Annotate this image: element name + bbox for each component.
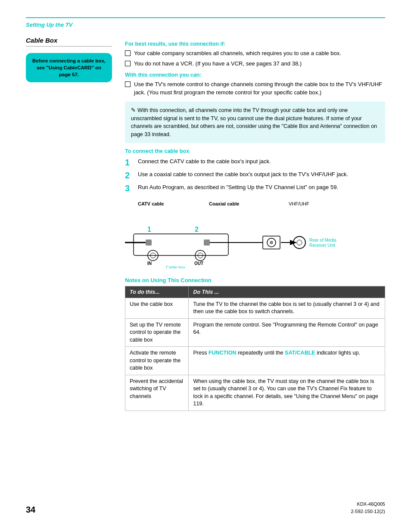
table-cell-3-2-part3: indicator lights up.: [315, 350, 360, 356]
bullet-box-2: [125, 61, 131, 66]
bullet-text-1: Your cable company scrambles all channel…: [134, 50, 341, 57]
page: Setting Up the TV Cable Box Before conne…: [0, 0, 411, 532]
function-text: FUNCTION: [209, 350, 237, 356]
coaxial-cable-label: Coaxial cable: [209, 201, 239, 206]
diagram-step2: 2: [195, 226, 199, 233]
notes-table: To do this... Do This ... Use the cable …: [125, 286, 385, 411]
step-num-3: 3: [125, 184, 134, 193]
notes-heading: Notes on Using This Connection: [125, 277, 385, 283]
tv-vhf-inner: [297, 240, 302, 245]
bullet-box-1: [125, 50, 131, 56]
table-header-col2: Do This ...: [189, 286, 385, 298]
step-num-2: 2: [125, 171, 134, 180]
step-text-3: Run Auto Program, as described in "Setti…: [138, 184, 338, 193]
bullet-item-2: You do not have a VCR. (If you have a VC…: [125, 60, 385, 68]
bullet-text-2: You do not have a VCR. (If you have a VC…: [134, 60, 302, 68]
step-2: 2 Use a coaxial cable to connect the cab…: [125, 171, 385, 180]
top-rule: [26, 17, 385, 18]
connection-diagram: CATV cable Coaxial cable VHF/UHF IN OUT: [125, 199, 366, 268]
diagram-area: CATV cable Coaxial cable VHF/UHF IN OUT: [125, 199, 385, 268]
satcable-text: SAT/CABLE: [285, 350, 315, 356]
catv-connector: [146, 240, 152, 246]
model-line1: KDX-46Q005: [357, 501, 385, 507]
left-column: Cable Box Before connecting a cable box,…: [26, 37, 112, 411]
in-label: IN: [147, 261, 152, 266]
with-connection-heading: With this connection you can:: [125, 72, 385, 78]
model-line2: 2-592-150-12(2): [351, 509, 386, 514]
rear-label-line1: Rear of Media: [309, 238, 336, 243]
note-box: ✎With this connection, all channels come…: [125, 102, 385, 143]
section-title: Setting Up the TV: [26, 22, 385, 28]
out-label: OUT: [194, 261, 203, 266]
table-cell-3-1: Activate the remote control to operate t…: [125, 347, 189, 375]
content-area: Cable Box Before connecting a cable box,…: [26, 37, 385, 411]
note-bubble: Before connecting a cable box, see "Usin…: [26, 53, 112, 82]
bullet-text-3: Use the TV's remote control to change ch…: [134, 81, 385, 96]
note-box-text: With this connection, all channels come …: [131, 107, 377, 137]
bullet-item-3: Use the TV's remote control to change ch…: [125, 81, 385, 96]
best-results-heading: For best results, use this connection if…: [125, 41, 385, 47]
table-cell-4-1: Prevent the accidental switching of TV c…: [125, 375, 189, 411]
table-row: Set up the TV remote control to operate …: [125, 318, 385, 347]
model-number: KDX-46Q005 2-592-150-12(2): [351, 501, 386, 515]
tv-connector-center: [270, 241, 273, 244]
table-cell-2-2: Program the remote control. See "Program…: [189, 318, 385, 347]
page-number: 34: [26, 505, 35, 515]
coax-connector-out: [204, 240, 210, 246]
cable-box-diagram-label: Cable box: [166, 265, 185, 268]
table-row: Use the cable box Tune the TV to the cha…: [125, 298, 385, 318]
step-text-2: Use a coaxial cable to connect the cable…: [138, 171, 348, 180]
table-cell-1-1: Use the cable box: [125, 298, 189, 318]
step-num-1: 1: [125, 158, 134, 167]
catv-cable-label: CATV cable: [138, 201, 164, 206]
rear-label-line2: Receiver Unit: [309, 243, 335, 248]
table-cell-2-1: Set up the TV remote control to operate …: [125, 318, 189, 347]
table-cell-3-2-part2: repeatedly until the: [236, 350, 285, 356]
table-cell-3-2-part1: Press: [193, 350, 208, 356]
table-cell-4-2: When using the cable box, the TV must st…: [189, 375, 385, 411]
tv-vhf-connector: [293, 236, 305, 249]
right-column: For best results, use this connection if…: [125, 37, 385, 411]
table-header-row: To do this... Do This ...: [125, 286, 385, 298]
table-header-col1: To do this...: [125, 286, 189, 298]
table-cell-3-2: Press FUNCTION repeatedly until the SAT/…: [189, 347, 385, 375]
bullet-box-3: [125, 81, 131, 87]
step-1: 1 Connect the CATV cable to the cable bo…: [125, 158, 385, 167]
note-icon: ✎: [131, 107, 136, 113]
connect-heading: To connect the cable box: [125, 148, 385, 154]
table-row: Activate the remote control to operate t…: [125, 347, 385, 375]
step-3: 3 Run Auto Program, as described in "Set…: [125, 184, 385, 193]
vhf-uhf-label: VHF/UHF: [289, 201, 309, 206]
diagram-step1: 1: [147, 226, 151, 233]
table-row: Prevent the accidental switching of TV c…: [125, 375, 385, 411]
table-cell-1-2: Tune the TV to the channel the cable box…: [189, 298, 385, 318]
cable-box-title: Cable Box: [26, 37, 112, 47]
bullet-item-1: Your cable company scrambles all channel…: [125, 50, 385, 57]
step-text-1: Connect the CATV cable to the cable box'…: [138, 158, 271, 167]
